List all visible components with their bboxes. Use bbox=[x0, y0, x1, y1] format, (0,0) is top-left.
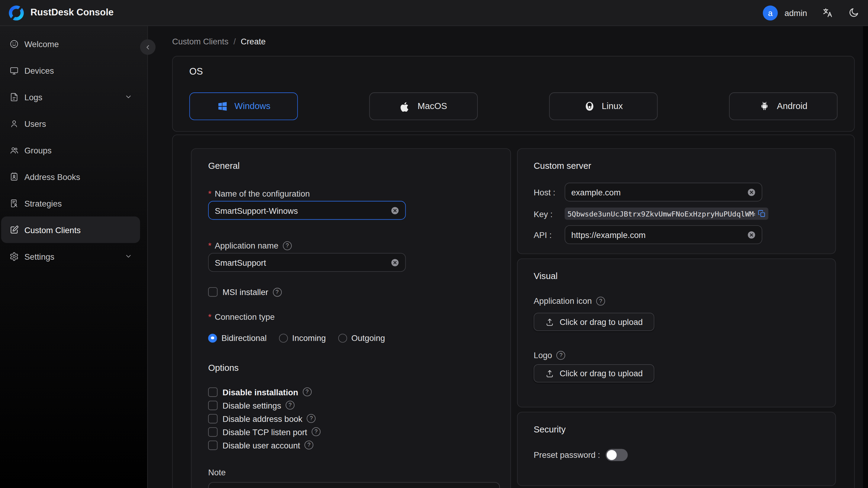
breadcrumb: Custom Clients / Create bbox=[172, 36, 855, 46]
msi-installer-row: MSI installer ? bbox=[208, 287, 494, 297]
key-label: Key : bbox=[534, 209, 565, 218]
scrollbar-gutter[interactable] bbox=[863, 26, 868, 488]
option-checkbox-disable-user-account[interactable] bbox=[208, 440, 217, 450]
general-section: General * Name of the configuration Smar… bbox=[191, 148, 511, 488]
apple-icon bbox=[400, 101, 411, 112]
connection-type-group: Bidirectional Incoming Outgoing bbox=[208, 333, 494, 342]
address-book-icon bbox=[9, 172, 19, 181]
upload-icon bbox=[545, 369, 554, 378]
sidebar-item-groups[interactable]: Groups bbox=[1, 137, 140, 163]
preset-password-label: Preset password : bbox=[534, 450, 600, 459]
config-name-input[interactable]: SmartSupport-Winows bbox=[208, 201, 406, 219]
breadcrumb-separator: / bbox=[234, 36, 236, 46]
option-help-icon[interactable]: ? bbox=[312, 427, 320, 436]
security-title: Security bbox=[534, 424, 819, 434]
breadcrumb-current: Create bbox=[241, 36, 266, 46]
sidebar-item-users[interactable]: Users bbox=[1, 110, 140, 137]
custom-server-section: Custom server Host : example.com Key : 5… bbox=[517, 148, 836, 254]
theme-toggle-button[interactable] bbox=[848, 7, 859, 19]
sidebar-item-address-books[interactable]: Address Books bbox=[1, 163, 140, 190]
chevron-down-icon[interactable] bbox=[124, 93, 132, 101]
msi-installer-checkbox[interactable] bbox=[208, 287, 217, 297]
sidebar-collapse-button[interactable] bbox=[140, 39, 156, 55]
android-icon bbox=[759, 101, 770, 112]
sidebar: Welcome Devices Logs Users bbox=[0, 26, 148, 488]
key-row: Key : 5Qbwsde3unUcJBtrx9ZkvUmwFNoExHzpry… bbox=[534, 208, 819, 219]
os-card: OS Windows MacOS Linux bbox=[172, 56, 855, 132]
option-checkbox-disable-settings[interactable] bbox=[208, 400, 217, 410]
connection-type-label: * Connection type bbox=[208, 312, 494, 322]
note-label: Note bbox=[208, 468, 494, 477]
api-input[interactable]: https://example.com bbox=[565, 225, 762, 244]
username: admin bbox=[784, 8, 807, 18]
os-button-windows[interactable]: Windows bbox=[189, 92, 298, 120]
option-help-icon[interactable]: ? bbox=[303, 388, 311, 396]
logo-help-icon[interactable]: ? bbox=[557, 350, 565, 359]
sidebar-item-logs[interactable]: Logs bbox=[1, 84, 140, 110]
option-checkbox-disable-installation[interactable] bbox=[208, 387, 217, 396]
msi-installer-help-icon[interactable]: ? bbox=[273, 287, 281, 296]
user-menu[interactable]: a admin bbox=[763, 5, 807, 20]
option-help-icon[interactable]: ? bbox=[307, 414, 316, 423]
breadcrumb-parent-link[interactable]: Custom Clients bbox=[172, 36, 228, 46]
top-bar: RustDesk Console a admin bbox=[0, 0, 868, 26]
application-icon-label: Application icon ? bbox=[534, 296, 819, 306]
topbar-actions: a admin bbox=[763, 5, 859, 20]
rustdesk-logo-icon bbox=[9, 5, 24, 20]
sidebar-nav: Welcome Devices Logs Users bbox=[0, 30, 147, 270]
config-name-label: * Name of the configuration bbox=[208, 189, 494, 198]
upload-icon bbox=[545, 317, 554, 326]
logo-upload-button[interactable]: Click or drag to upload bbox=[534, 364, 654, 382]
custom-server-title: Custom server bbox=[534, 161, 819, 171]
app-title: RustDesk Console bbox=[31, 7, 114, 19]
connection-radio-incoming[interactable]: Incoming bbox=[279, 333, 326, 342]
app-name-help-icon[interactable]: ? bbox=[283, 241, 291, 250]
visual-title: Visual bbox=[534, 271, 819, 281]
os-button-android[interactable]: Android bbox=[729, 92, 837, 120]
language-button[interactable] bbox=[822, 7, 833, 19]
users-icon bbox=[9, 145, 19, 155]
key-value-box: 5Qbwsde3unUcJBtrx9ZkvUmwFNoExHzpryHuPUdq… bbox=[565, 208, 769, 219]
connection-radio-bidirectional[interactable]: Bidirectional bbox=[208, 333, 267, 342]
key-copy-button[interactable] bbox=[758, 210, 766, 218]
client-config-card: General * Name of the configuration Smar… bbox=[172, 134, 855, 488]
connection-radio-outgoing[interactable]: Outgoing bbox=[338, 333, 385, 342]
os-button-linux[interactable]: Linux bbox=[549, 92, 657, 120]
toggle-knob bbox=[607, 450, 617, 460]
option-checkbox-disable-tcp-listen-port[interactable] bbox=[208, 427, 217, 436]
host-input[interactable]: example.com bbox=[565, 183, 762, 202]
options-list: Disable installation ? Disable settings … bbox=[208, 387, 494, 450]
file-person-icon bbox=[9, 199, 19, 208]
right-column: Custom server Host : example.com Key : 5… bbox=[517, 148, 836, 486]
option-row-disable-tcp-listen-port: Disable TCP listen port ? bbox=[208, 427, 494, 437]
option-help-icon[interactable]: ? bbox=[304, 440, 313, 449]
app-name-label: * Application name ? bbox=[208, 241, 494, 250]
sidebar-item-settings[interactable]: Settings bbox=[1, 243, 140, 270]
sidebar-item-devices[interactable]: Devices bbox=[1, 57, 140, 84]
app-name-input[interactable]: SmartSupport bbox=[208, 253, 406, 272]
note-textarea[interactable] bbox=[208, 482, 500, 488]
os-card-title: OS bbox=[189, 66, 837, 78]
application-icon-help-icon[interactable]: ? bbox=[596, 297, 605, 305]
visual-section: Visual Application icon ? Click or drag … bbox=[517, 258, 836, 407]
sidebar-item-strategies[interactable]: Strategies bbox=[1, 190, 140, 216]
avatar[interactable]: a bbox=[763, 5, 778, 20]
preset-password-toggle[interactable] bbox=[606, 449, 628, 461]
application-icon-upload-button[interactable]: Click or drag to upload bbox=[534, 313, 654, 331]
user-icon bbox=[9, 119, 19, 128]
host-label: Host : bbox=[534, 187, 565, 196]
api-clear-button[interactable] bbox=[747, 231, 755, 239]
chevron-down-icon[interactable] bbox=[124, 252, 132, 260]
sidebar-item-welcome[interactable]: Welcome bbox=[1, 30, 140, 57]
option-checkbox-disable-address-book[interactable] bbox=[208, 414, 217, 423]
config-name-clear-button[interactable] bbox=[391, 206, 399, 214]
option-help-icon[interactable]: ? bbox=[286, 401, 294, 409]
options-title: Options bbox=[208, 363, 494, 373]
host-clear-button[interactable] bbox=[747, 188, 755, 196]
os-button-macos[interactable]: MacOS bbox=[369, 92, 478, 120]
sidebar-item-custom-clients[interactable]: Custom Clients bbox=[1, 216, 140, 243]
api-row: API : https://example.com bbox=[534, 225, 819, 244]
edit-square-icon bbox=[9, 225, 19, 234]
app-name-clear-button[interactable] bbox=[391, 258, 399, 266]
rustdesk-console-app: RustDesk Console a admin Welcome bbox=[0, 0, 868, 488]
